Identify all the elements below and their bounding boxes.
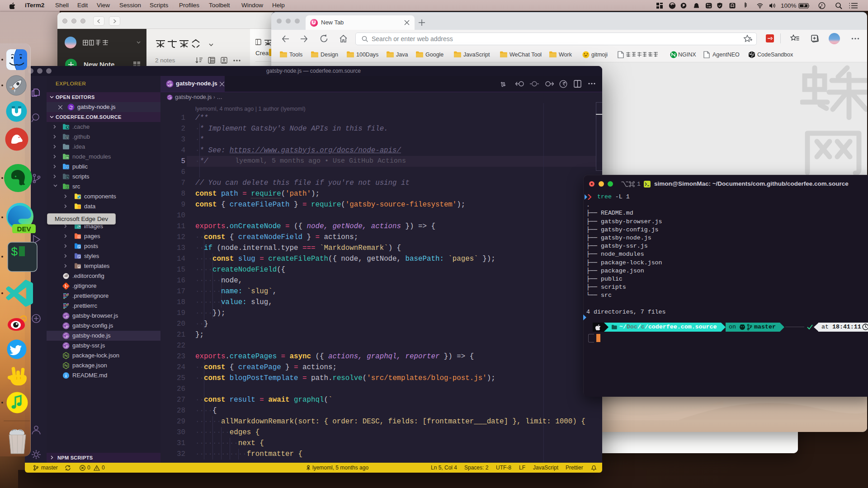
- svg-text:DEV: DEV: [17, 225, 31, 233]
- svg-text:$: $: [11, 245, 18, 259]
- svg-text:100%: 100%: [781, 2, 797, 9]
